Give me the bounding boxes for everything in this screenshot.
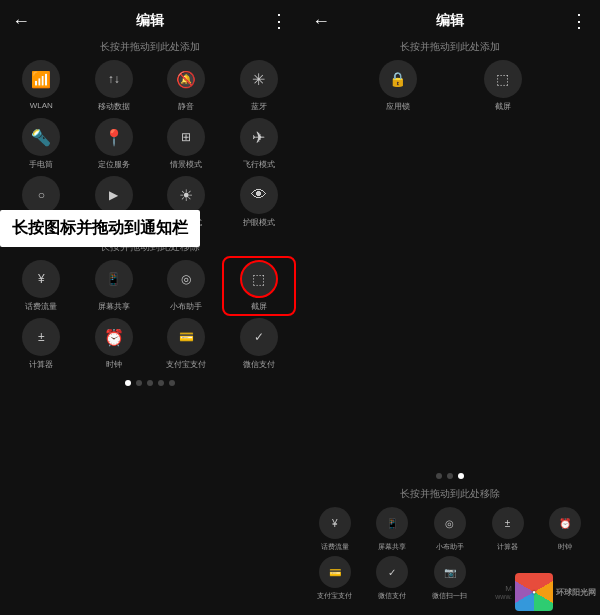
list-item[interactable]: ✓ 微信支付 [226, 318, 293, 370]
list-item[interactable]: ◎ 小布助手 [423, 507, 477, 552]
list-item[interactable]: ✈ 飞行模式 [226, 118, 293, 170]
list-item[interactable]: 👁 护眼模式 [226, 176, 293, 228]
calc2-icon: ± [492, 507, 524, 539]
wechat-pay-icon: ✓ [240, 318, 278, 356]
list-item[interactable]: 📷 微信扫一扫 [423, 556, 477, 601]
icon-label: 蓝牙 [251, 101, 267, 112]
right-title: 编辑 [436, 12, 464, 30]
dot-1 [125, 380, 131, 386]
icon-label: 微信扫一扫 [432, 591, 467, 601]
screenshot-icon: ⬚ [240, 260, 278, 298]
dot-2 [136, 380, 142, 386]
right-add-grid: 🔒 应用锁 ⬚ 截屏 [308, 60, 592, 112]
assistant2-icon: ◎ [434, 507, 466, 539]
alipay2-icon: 💳 [319, 556, 351, 588]
dark-icon: ☀ [167, 176, 205, 214]
right-more-button[interactable]: ⋮ [570, 10, 588, 32]
list-item[interactable]: 📍 定位服务 [81, 118, 148, 170]
screen-share-icon: 📱 [95, 260, 133, 298]
list-item[interactable]: ⬚ 截屏 [453, 60, 552, 112]
icon-label: 移动数据 [98, 101, 130, 112]
list-item[interactable]: 📶 WLAN [8, 60, 75, 112]
list-item[interactable]: ¥ 话费流量 [308, 507, 362, 552]
dot-3 [147, 380, 153, 386]
clock2-icon: ⏰ [549, 507, 581, 539]
list-item[interactable]: 📱 屏幕共享 [81, 260, 148, 312]
list-item[interactable]: 📱 屏幕共享 [366, 507, 420, 552]
list-item[interactable]: ⊞ 情景模式 [153, 118, 220, 170]
assistant-icon: ◎ [167, 260, 205, 298]
wlan-icon: 📶 [22, 60, 60, 98]
left-remove-grid: ¥ 话费流量 📱 屏幕共享 ◎ 小布助手 ⬚ 截屏 ± 计算器 ⏰ 时钟 💳 支… [8, 260, 292, 370]
list-item[interactable]: ✓ 微信支付 [366, 556, 420, 601]
watermark: M www. ● 环球阳光网 [495, 573, 596, 611]
list-item[interactable]: 💳 支付宝支付 [308, 556, 362, 601]
left-back-button[interactable]: ← [12, 11, 30, 32]
list-item[interactable]: ✳ 蓝牙 [226, 60, 293, 112]
icon-label: 屏幕共享 [378, 542, 406, 552]
data-icon: ↑↓ [95, 60, 133, 98]
left-add-label: 长按并拖动到此处添加 [8, 40, 292, 54]
fee2-icon: ¥ [319, 507, 351, 539]
list-item[interactable]: ↑↓ 移动数据 [81, 60, 148, 112]
list-item[interactable]: 🔕 静音 [153, 60, 220, 112]
right-dots-top [308, 473, 592, 479]
icon-label: 护眼模式 [243, 217, 275, 228]
list-item[interactable]: ± 计算器 [481, 507, 535, 552]
icon-label: 静音 [178, 101, 194, 112]
right-remove-label: 长按并拖动到此处移除 [308, 487, 592, 501]
airplane-icon: ✈ [240, 118, 278, 156]
icon-label: 话费流量 [321, 542, 349, 552]
logo-text: ● [532, 589, 536, 595]
scene-icon: ⊞ [167, 118, 205, 156]
watermark-m: M [495, 584, 512, 593]
watermark-site-label: 环球阳光网 [556, 587, 596, 598]
right-back-button[interactable]: ← [312, 11, 330, 32]
calc-icon: ± [22, 318, 60, 356]
screenshot-item[interactable]: ⬚ 截屏 [226, 260, 293, 312]
icon-label: 飞行模式 [243, 159, 275, 170]
icon-label: 截屏 [251, 301, 267, 312]
left-title: 编辑 [136, 12, 164, 30]
icon-label: 手电筒 [29, 159, 53, 170]
list-item[interactable]: ± 计算器 [8, 318, 75, 370]
eye-icon: 👁 [240, 176, 278, 214]
icon-label: 微信支付 [378, 591, 406, 601]
list-item[interactable]: 💳 支付宝支付 [153, 318, 220, 370]
icon-label: 计算器 [29, 359, 53, 370]
icon-label: 时钟 [106, 359, 122, 370]
icon-label: 时钟 [558, 542, 572, 552]
list-item[interactable]: 🔒 应用锁 [348, 60, 447, 112]
icon-label: 小布助手 [170, 301, 202, 312]
list-item[interactable]: ¥ 话费流量 [8, 260, 75, 312]
dot-5 [169, 380, 175, 386]
silent-icon: 🔕 [167, 60, 205, 98]
watermark-text-block: 环球阳光网 [556, 587, 596, 598]
icon-label: 支付宝支付 [166, 359, 206, 370]
right-add-label: 长按并拖动到此处添加 [308, 40, 592, 54]
list-item[interactable]: ◎ 小布助手 [153, 260, 220, 312]
left-add-grid: 📶 WLAN ↑↓ 移动数据 🔕 静音 ✳ 蓝牙 🔦 手电筒 📍 定位服务 ⊞ … [8, 60, 292, 228]
right-top-bar: ← 编辑 ⋮ [308, 10, 592, 32]
icon-label: 计算器 [497, 542, 518, 552]
icon-label: 话费流量 [25, 301, 57, 312]
list-item[interactable]: 🔦 手电筒 [8, 118, 75, 170]
right-panel: ← 编辑 ⋮ 长按并拖动到此处添加 🔒 应用锁 ⬚ 截屏 长按并拖动到此处移除 … [300, 0, 600, 615]
icon-label: 截屏 [495, 101, 511, 112]
watermark-logo: ● [515, 573, 553, 611]
icon-label: 情景模式 [170, 159, 202, 170]
bluetooth-icon: ✳ [240, 60, 278, 98]
watermark-www: www. [495, 593, 512, 600]
left-dots [8, 380, 292, 386]
list-item[interactable]: ⏰ 时钟 [538, 507, 592, 552]
list-item[interactable]: ⏰ 时钟 [81, 318, 148, 370]
torch-icon: 🔦 [22, 118, 60, 156]
left-more-button[interactable]: ⋮ [270, 10, 288, 32]
left-panel: ← 编辑 ⋮ 长按并拖动到此处添加 📶 WLAN ↑↓ 移动数据 🔕 静音 ✳ … [0, 0, 300, 615]
icon-label: 支付宝支付 [317, 591, 352, 601]
icon-label: 应用锁 [386, 101, 410, 112]
left-top-bar: ← 编辑 ⋮ [8, 10, 292, 32]
icon-label: 微信支付 [243, 359, 275, 370]
applock-icon: 🔒 [379, 60, 417, 98]
alipay-icon: 💳 [167, 318, 205, 356]
